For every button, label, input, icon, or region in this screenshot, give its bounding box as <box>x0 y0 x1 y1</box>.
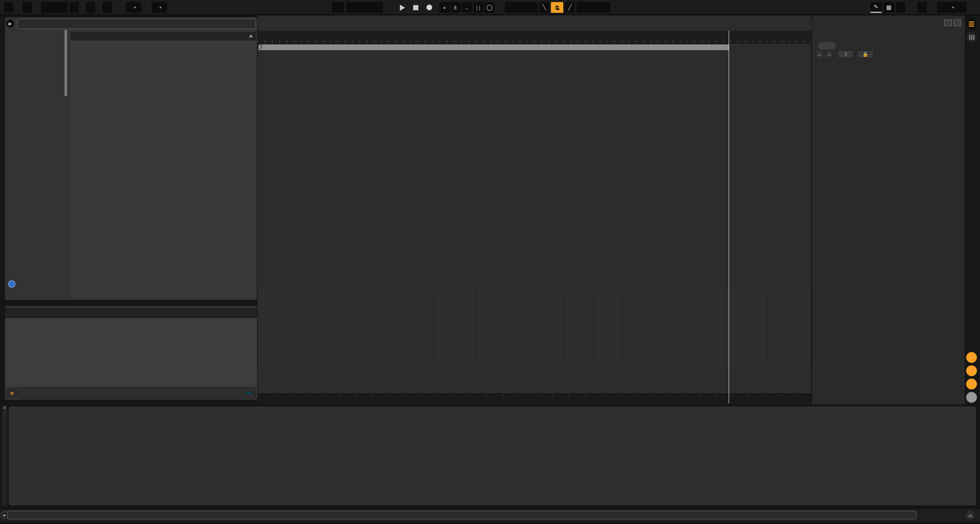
tempo-field[interactable] <box>41 2 68 13</box>
punch-in-button[interactable]: ╲ <box>539 2 549 13</box>
sort-ascending-icon <box>249 34 253 37</box>
lock-icon[interactable]: 🔒 <box>857 50 873 58</box>
browser-sidebar <box>7 32 70 298</box>
device-view-selector[interactable]: ≣ <box>2 406 7 506</box>
time-ruler[interactable] <box>258 394 811 404</box>
nudge-up-button[interactable] <box>86 2 95 13</box>
list-header-name[interactable] <box>71 32 256 40</box>
beat-time-ruler[interactable] <box>258 31 811 43</box>
groove-pool-header <box>5 308 257 318</box>
browser-panel: ▶ <box>5 17 257 300</box>
help-icon[interactable] <box>8 280 15 287</box>
midi-overdub-button[interactable]: + <box>439 2 450 13</box>
cpu-meter[interactable]: ▼ <box>937 2 967 13</box>
set-locator-button[interactable] <box>818 42 835 50</box>
ableton-live-window: ▼ ▼ + ∞ ← [ ] ◯ ╲ ╱ ✎ ▦ ▼ ▶ <box>0 0 980 524</box>
draw-mode-button[interactable]: ✎ <box>870 2 882 13</box>
zoom-width-button[interactable] <box>953 19 961 26</box>
delay-section-toggle[interactable] <box>966 392 977 403</box>
search-input[interactable] <box>18 18 256 29</box>
status-bar: ▶ <box>0 508 980 521</box>
capture-midi-button[interactable]: ◯ <box>484 2 495 13</box>
play-icon <box>400 4 405 11</box>
quantization-menu[interactable]: ▼ <box>151 2 167 13</box>
chevron-down-icon: ▼ <box>951 6 955 9</box>
groove-pool-footer <box>18 387 256 399</box>
chevron-down-icon: ▼ <box>133 6 137 9</box>
groove-pool-panel: ≈ <box>5 306 257 400</box>
stop-icon <box>413 5 418 10</box>
re-enable-automation-button[interactable]: ← <box>462 2 472 13</box>
loop-length-field[interactable] <box>576 2 610 13</box>
next-locator-button[interactable]: → <box>826 51 832 58</box>
groove-drop-zone[interactable] <box>5 318 257 386</box>
playhead[interactable] <box>729 31 729 403</box>
loop-button[interactable] <box>551 2 563 13</box>
arrangement-area <box>258 15 811 404</box>
io-section-toggle[interactable] <box>966 352 977 363</box>
browser-file-list <box>71 32 256 298</box>
key-map-button[interactable] <box>896 2 905 13</box>
transport-toolbar: ▼ ▼ + ∞ ← [ ] ◯ ╲ ╱ ✎ ▦ ▼ <box>0 0 980 15</box>
link-track-icon[interactable]: ⌇ <box>838 50 854 58</box>
loop-brace[interactable] <box>259 44 729 50</box>
follow-button[interactable] <box>332 2 344 13</box>
record-icon <box>426 5 432 10</box>
punch-out-button[interactable]: ╱ <box>565 2 575 13</box>
device-drop-zone[interactable] <box>8 406 977 506</box>
triangle-up-icon <box>967 513 973 517</box>
locator-controls: ← → ⌇ 🔒 <box>815 42 964 57</box>
session-view-icon[interactable] <box>966 32 977 43</box>
mixer-section-toggle[interactable] <box>966 379 977 389</box>
tap-tempo-button[interactable] <box>22 2 32 13</box>
returns-section-toggle[interactable] <box>966 365 977 376</box>
global-amount-value[interactable] <box>245 392 253 394</box>
track-header-panel: ← → ⌇ 🔒 <box>812 15 965 404</box>
status-input[interactable] <box>7 511 916 519</box>
browser-toggle-icon[interactable]: ▶ <box>6 19 14 28</box>
chevron-down-icon: ▼ <box>159 6 162 9</box>
zoom-height-button[interactable] <box>944 19 952 26</box>
sidebar-scrollbar[interactable] <box>65 30 67 96</box>
arrangement-position-field[interactable] <box>346 2 383 13</box>
expand-panel-button[interactable] <box>965 510 975 520</box>
punch-markers-button[interactable]: [ ] <box>473 2 484 13</box>
play-button[interactable] <box>395 2 410 13</box>
record-button[interactable] <box>422 2 437 13</box>
nudge-down-button[interactable] <box>70 2 79 13</box>
loop-icon <box>555 5 558 10</box>
right-edge-strip <box>965 15 980 404</box>
link-button[interactable] <box>4 2 13 13</box>
time-signature-field[interactable] <box>102 2 111 13</box>
groove-pool-icon[interactable]: ≈ <box>6 387 18 399</box>
midi-map-button[interactable] <box>918 2 927 13</box>
loop-start-field[interactable] <box>505 2 538 13</box>
automation-arm-button[interactable]: ∞ <box>450 2 461 13</box>
empty-track-area[interactable] <box>258 289 811 363</box>
metronome-toggle[interactable]: ▼ <box>126 2 141 13</box>
prev-locator-button[interactable]: ← <box>816 51 823 58</box>
automation-arm-icon: ∞ <box>453 5 459 10</box>
computer-midi-keyboard-button[interactable]: ▦ <box>883 2 894 13</box>
arrangement-view-icon[interactable] <box>966 18 977 29</box>
stop-button[interactable] <box>409 2 423 13</box>
